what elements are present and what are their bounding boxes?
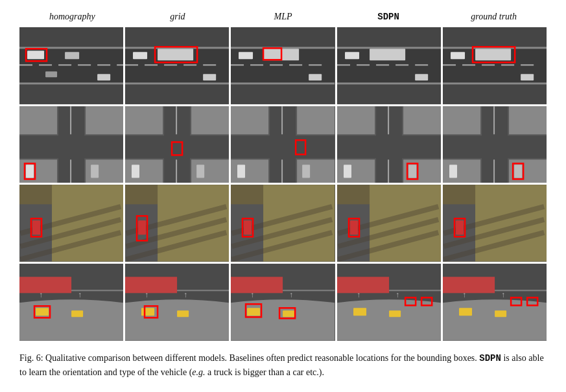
svg-rect-118 [443,106,480,134]
svg-rect-190 [283,310,294,317]
svg-rect-20 [145,64,158,65]
col-label-grid: grid [125,12,231,22]
svg-rect-101 [303,165,311,178]
svg-rect-69 [19,135,123,158]
svg-rect-11 [65,52,79,59]
image-comparison-grid: ↑ ↑ ↑ ↑ ↑ ↑ [19,27,547,341]
svg-rect-199 [389,310,401,317]
svg-rect-43 [337,47,441,49]
svg-rect-149 [244,221,252,235]
caption-sdpn: SDPN [479,353,501,363]
svg-rect-35 [290,64,303,65]
svg-rect-50 [370,49,405,60]
svg-rect-21 [164,64,177,65]
svg-rect-61 [521,64,534,65]
svg-rect-200 [337,277,389,293]
cell-r1c5 [443,27,547,104]
svg-rect-122 [493,106,495,134]
cell-r2c2 [125,106,229,183]
col-label-sdpn: SDPN [336,12,442,22]
svg-rect-86 [176,106,177,134]
cell-r4c2: ↑ ↑ [125,264,229,341]
svg-rect-4 [19,64,32,65]
svg-rect-88 [132,165,139,178]
cell-r2c3 [231,106,335,183]
svg-rect-119 [509,106,547,134]
svg-rect-99 [281,159,283,183]
col-label-mlp: MLP [230,12,336,22]
svg-rect-182 [177,310,189,317]
svg-rect-5 [39,64,52,65]
svg-rect-52 [415,74,428,80]
svg-rect-64 [521,74,534,80]
svg-rect-8 [97,64,110,65]
svg-rect-32 [231,64,244,65]
column-headers: homography grid MLP SDPN ground truth [19,12,547,22]
svg-rect-117 [443,135,547,158]
cell-r4c3: ↑ ↑ [231,264,335,341]
svg-rect-96 [231,159,268,183]
svg-rect-165 [456,221,464,235]
svg-rect-10 [27,51,44,59]
svg-rect-93 [231,135,335,158]
col-label-homography: homography [19,12,125,22]
svg-rect-23 [203,64,216,65]
svg-rect-45 [337,64,350,65]
svg-rect-174 [71,310,83,317]
svg-rect-19 [125,64,138,65]
svg-rect-183 [125,277,177,293]
cell-r4c1: ↑ ↑ [19,264,123,341]
svg-rect-22 [183,64,196,65]
svg-rect-112 [344,165,351,178]
svg-rect-44 [337,82,441,84]
cell-r3c2 [125,185,229,262]
svg-rect-46 [357,64,370,65]
svg-rect-76 [26,165,34,178]
cell-r4c5: ↑ ↑ [443,264,547,341]
svg-rect-7 [78,64,91,65]
svg-rect-111 [388,159,389,183]
cell-r3c4 [337,185,441,262]
svg-rect-49 [415,64,428,65]
svg-rect-181 [141,308,154,316]
cell-r1c3 [231,27,335,104]
svg-rect-57 [443,64,456,65]
svg-rect-30 [231,47,335,49]
svg-rect-33 [250,64,263,65]
cell-r2c5 [443,106,547,183]
cell-r1c1 [19,27,123,104]
svg-text:↑: ↑ [183,290,187,299]
svg-rect-123 [493,159,495,183]
cell-r3c3 [231,185,335,262]
fig-number: Fig. 6: [19,353,43,363]
svg-rect-13 [45,71,57,77]
cell-r3c5 [443,185,547,262]
svg-rect-34 [270,64,283,65]
svg-rect-191 [231,277,283,293]
svg-rect-107 [403,106,441,134]
svg-text:↑: ↑ [501,290,505,299]
svg-rect-71 [86,106,123,134]
svg-rect-157 [350,221,358,235]
svg-rect-208 [495,310,506,317]
svg-rect-25 [133,52,147,59]
svg-text:↑: ↑ [395,290,399,299]
svg-rect-3 [19,82,123,84]
svg-rect-12 [97,74,110,80]
caption-text1: Qualitative comparison between different… [43,353,480,363]
svg-rect-38 [239,52,253,59]
svg-rect-84 [125,159,163,183]
svg-rect-24 [158,49,193,60]
cell-r2c1 [19,106,123,183]
svg-rect-89 [196,165,204,178]
svg-rect-173 [36,308,49,316]
svg-rect-110 [388,106,389,134]
svg-rect-18 [125,82,229,84]
svg-rect-95 [298,106,335,134]
cell-r4c4: ↑ ↑ [337,264,441,341]
svg-rect-100 [237,165,245,178]
svg-rect-48 [395,64,408,65]
svg-rect-26 [203,74,216,80]
cell-r1c2 [125,27,229,104]
svg-text:↑: ↑ [78,290,82,299]
